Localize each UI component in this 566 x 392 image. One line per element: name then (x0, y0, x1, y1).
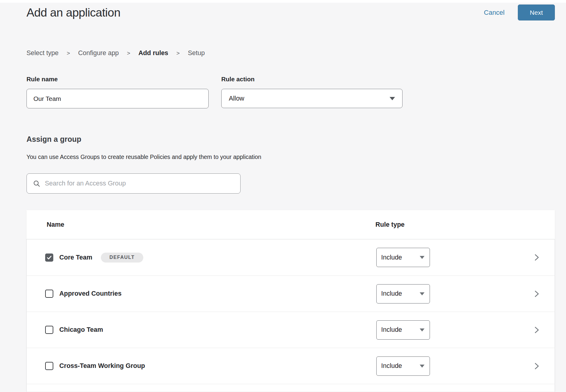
rule-action-select[interactable]: Allow (221, 89, 403, 108)
rule-type-value: Include (381, 326, 402, 334)
table-row-partial (27, 384, 555, 392)
rule-action-value: Allow (229, 95, 244, 102)
rule-type-select[interactable]: Include (376, 248, 430, 267)
rule-name-label: Rule name (26, 76, 209, 83)
rule-action-field: Rule action Allow (221, 76, 403, 108)
search-input[interactable] (45, 180, 237, 187)
header-actions: Cancel Next (484, 5, 555, 20)
top-strip (0, 0, 566, 3)
rule-name-input[interactable] (26, 89, 209, 108)
table-row-core-team: Core Team DEFAULT Include (27, 239, 555, 275)
breadcrumb-step-add-rules[interactable]: Add rules (138, 49, 168, 57)
chevron-down-icon (390, 97, 395, 100)
group-name: Cross-Team Working Group (59, 362, 145, 370)
row-left: Cross-Team Working Group (45, 362, 376, 370)
chevron-down-icon (420, 365, 424, 368)
group-name: Approved Countries (59, 290, 122, 297)
breadcrumb-step-setup[interactable]: Setup (188, 49, 205, 57)
check-icon (46, 255, 52, 260)
column-header-name: Name (47, 221, 375, 229)
checkbox-unchecked[interactable] (45, 362, 53, 370)
search-icon (33, 180, 40, 187)
group-name: Chicago Team (59, 326, 103, 334)
table-row-cross-team-working-group: Cross-Team Working Group Include (27, 348, 555, 384)
checkbox-unchecked[interactable] (45, 290, 53, 298)
chevron-right-icon[interactable] (533, 254, 540, 261)
default-badge: DEFAULT (101, 253, 144, 263)
table-row-chicago-team: Chicago Team Include (27, 312, 555, 348)
breadcrumb-step-configure-app[interactable]: Configure app (78, 49, 119, 57)
chevron-right-icon[interactable] (533, 326, 540, 334)
checkbox-checked[interactable] (45, 254, 53, 262)
access-group-search[interactable] (26, 173, 241, 194)
chevron-right-icon[interactable] (533, 362, 540, 370)
rule-type-select[interactable]: Include (376, 320, 430, 340)
page-title: Add an application (26, 6, 120, 19)
chevron-down-icon (420, 328, 424, 331)
row-left: Core Team DEFAULT (45, 253, 376, 263)
rule-type-value: Include (381, 362, 402, 370)
table-row-approved-countries: Approved Countries Include (27, 275, 555, 312)
rule-action-label: Rule action (221, 76, 403, 83)
access-groups-table: Name Rule type Core Team DEFAULT Include (26, 210, 555, 392)
group-name: Core Team (59, 254, 92, 261)
chevron-down-icon (420, 256, 424, 259)
rule-type-select[interactable]: Include (376, 284, 430, 303)
breadcrumb-separator: > (127, 50, 130, 57)
chevron-right-icon[interactable] (533, 290, 540, 298)
rule-type-value: Include (381, 290, 402, 297)
title-bar: Add an application Cancel Next (0, 3, 566, 20)
breadcrumb-separator: > (67, 50, 70, 57)
assign-group-description: You can use Access Groups to create reus… (26, 154, 566, 160)
breadcrumb-separator: > (176, 50, 180, 57)
table-header: Name Rule type (26, 210, 555, 239)
breadcrumb-step-select-type[interactable]: Select type (26, 49, 58, 57)
assign-group-heading: Assign a group (26, 135, 566, 144)
checkbox-unchecked[interactable] (45, 326, 53, 334)
next-button[interactable]: Next (518, 5, 555, 20)
breadcrumb: Select type > Configure app > Add rules … (26, 49, 566, 57)
rule-type-value: Include (381, 254, 402, 261)
rule-type-select[interactable]: Include (376, 356, 430, 376)
row-left: Chicago Team (45, 326, 376, 334)
rule-name-field: Rule name (26, 76, 209, 108)
table-body: Core Team DEFAULT Include Approved Count… (26, 239, 555, 392)
cancel-button[interactable]: Cancel (484, 9, 504, 17)
rule-form: Rule name Rule action Allow (26, 76, 566, 108)
chevron-down-icon (420, 292, 424, 295)
row-left: Approved Countries (45, 290, 376, 298)
column-header-rule-type: Rule type (375, 221, 405, 229)
